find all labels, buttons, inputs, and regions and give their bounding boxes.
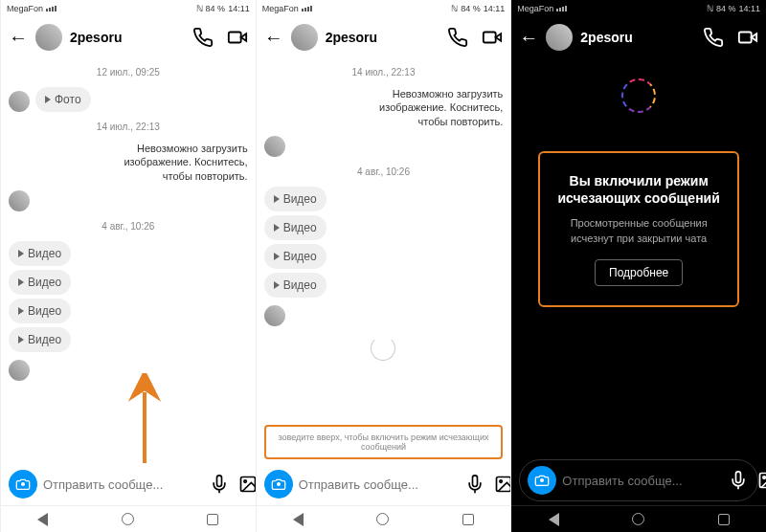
input-bar xyxy=(519,459,758,501)
error-msg[interactable]: Невозможно загрузить изображение. Коснит… xyxy=(378,87,503,128)
msg-label: Видео xyxy=(28,276,61,289)
video-msg[interactable]: Видео xyxy=(9,327,71,352)
signal-icon xyxy=(556,6,567,11)
nav-back[interactable] xyxy=(37,513,48,526)
back-icon[interactable]: ← xyxy=(264,27,283,49)
svg-point-2 xyxy=(244,480,247,483)
chat-area[interactable]: 12 июл., 09:25 Фото 14 июл., 22:13 Невоз… xyxy=(1,57,256,463)
avatar xyxy=(9,360,30,381)
nav-recent[interactable] xyxy=(462,514,474,525)
nav-recent[interactable] xyxy=(718,514,730,525)
message-input[interactable] xyxy=(299,477,460,492)
screen-1: MegaFon ℕ84 %14:11 ← 2pesoru 12 июл., 09… xyxy=(0,0,256,532)
clock: 14:11 xyxy=(738,4,760,13)
battery: 84 % xyxy=(461,4,481,13)
error-msg[interactable]: Невозможно загрузить изображение. Коснит… xyxy=(124,142,248,183)
video-msg[interactable]: Видео xyxy=(264,187,327,211)
username[interactable]: 2pesoru xyxy=(70,30,185,45)
nav-back[interactable] xyxy=(549,513,559,526)
svg-point-6 xyxy=(499,480,502,483)
call-icon[interactable] xyxy=(192,27,214,48)
play-icon xyxy=(274,281,280,289)
username[interactable]: 2pesoru xyxy=(326,30,440,45)
back-icon[interactable]: ← xyxy=(519,27,538,49)
nav-recent[interactable] xyxy=(207,514,218,525)
video-msg[interactable]: Видео xyxy=(9,299,71,323)
call-icon[interactable] xyxy=(703,27,724,48)
timestamp: 12 июл., 09:25 xyxy=(9,67,248,78)
play-icon xyxy=(18,307,24,315)
annotation-arrow xyxy=(125,373,164,463)
mic-icon[interactable] xyxy=(729,471,748,490)
nav-home[interactable] xyxy=(122,513,134,525)
image-icon[interactable] xyxy=(757,471,766,490)
nav-back[interactable] xyxy=(293,513,304,526)
photo-msg[interactable]: Фото xyxy=(35,87,91,112)
video-call-icon[interactable] xyxy=(482,27,503,48)
status-bar: MegaFon ℕ84 %14:11 xyxy=(257,0,511,17)
svg-rect-8 xyxy=(739,33,752,43)
avatar[interactable] xyxy=(291,24,318,51)
avatar[interactable] xyxy=(546,24,573,51)
video-msg[interactable]: Видео xyxy=(264,244,327,269)
msg-label: Видео xyxy=(28,247,61,260)
chat-header: ← 2pesoru xyxy=(257,17,511,57)
modal-title: Вы включили режим исчезающих сообщений xyxy=(552,172,726,207)
msg-label: Видео xyxy=(28,333,61,346)
chat-area[interactable]: 14 июл., 22:13 Невозможно загрузить изоб… xyxy=(257,57,511,421)
video-call-icon[interactable] xyxy=(737,27,758,48)
avatar xyxy=(9,190,30,211)
msg-label: Видео xyxy=(283,221,317,234)
message-input[interactable] xyxy=(562,474,723,488)
svg-point-10 xyxy=(763,477,766,479)
carrier: MegaFon xyxy=(517,4,553,13)
play-icon xyxy=(18,336,24,344)
timestamp: 4 авг., 10:26 xyxy=(264,166,504,177)
battery: 84 % xyxy=(206,4,226,13)
clock: 14:11 xyxy=(484,4,506,13)
camera-button[interactable] xyxy=(9,470,37,499)
play-icon xyxy=(274,224,280,232)
chat-header: ← 2pesoru xyxy=(511,17,766,57)
screen-2: MegaFon ℕ84 %14:11 ← 2pesoru 14 июл., 22… xyxy=(256,0,511,532)
vanish-ring-icon xyxy=(621,78,656,113)
modal-subtitle: Просмотренные сообщения исчезнут при зак… xyxy=(552,216,726,246)
nav-home[interactable] xyxy=(376,513,389,525)
battery: 84 % xyxy=(716,4,736,13)
carrier: MegaFon xyxy=(262,4,299,13)
timestamp: 14 июл., 22:13 xyxy=(264,67,504,78)
clock: 14:11 xyxy=(228,4,250,13)
video-msg[interactable]: Видео xyxy=(264,215,327,240)
signal-icon xyxy=(302,6,312,11)
avatar xyxy=(264,305,285,326)
video-msg[interactable]: Видео xyxy=(264,273,327,298)
avatar[interactable] xyxy=(35,24,62,51)
timestamp: 4 авг., 10:26 xyxy=(9,221,248,232)
nav-bar xyxy=(511,505,766,532)
msg-label: Фото xyxy=(55,93,81,106)
username[interactable]: 2pesoru xyxy=(580,30,695,45)
video-msg[interactable]: Видео xyxy=(9,241,71,266)
avatar xyxy=(9,91,30,112)
nav-bar xyxy=(257,505,511,532)
video-call-icon[interactable] xyxy=(227,27,248,48)
mic-icon[interactable] xyxy=(210,475,229,494)
screen-3: MegaFon ℕ84 %14:11 ← 2pesoru Вы включили… xyxy=(510,0,766,532)
message-input[interactable] xyxy=(43,477,204,492)
nfc-icon: ℕ xyxy=(451,4,458,13)
video-msg[interactable]: Видео xyxy=(9,270,71,295)
msg-label: Видео xyxy=(283,250,317,263)
chat-area[interactable]: Вы включили режим исчезающих сообщений П… xyxy=(511,57,766,455)
play-icon xyxy=(274,253,280,260)
swipe-hint: зоведите вверх, чтобы включить режим исч… xyxy=(264,425,504,459)
nfc-icon: ℕ xyxy=(196,4,203,13)
play-icon xyxy=(18,250,24,257)
nav-home[interactable] xyxy=(632,513,644,525)
call-icon[interactable] xyxy=(447,27,468,48)
camera-button[interactable] xyxy=(528,466,556,495)
camera-button[interactable] xyxy=(264,470,293,499)
mic-icon[interactable] xyxy=(465,475,484,494)
status-bar: MegaFon ℕ84 %14:11 xyxy=(1,0,256,17)
learn-more-button[interactable]: Подробнее xyxy=(595,259,683,286)
back-icon[interactable]: ← xyxy=(9,27,28,49)
